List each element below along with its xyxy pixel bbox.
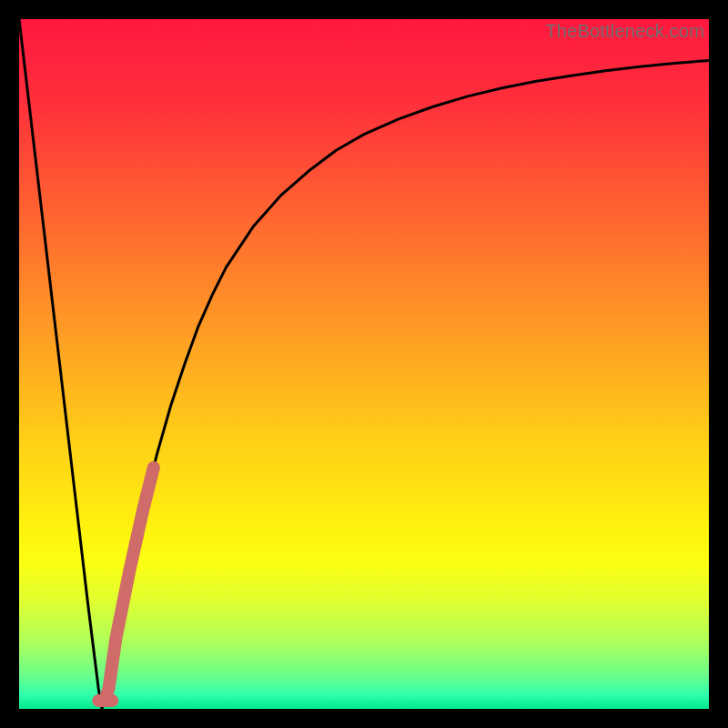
highlight-segment	[106, 468, 154, 699]
plot-area: TheBottleneck.com	[19, 19, 709, 709]
watermark-text: TheBottleneck.com	[545, 21, 704, 42]
outer-frame: TheBottleneck.com	[0, 0, 728, 728]
chart-curves	[19, 19, 709, 709]
